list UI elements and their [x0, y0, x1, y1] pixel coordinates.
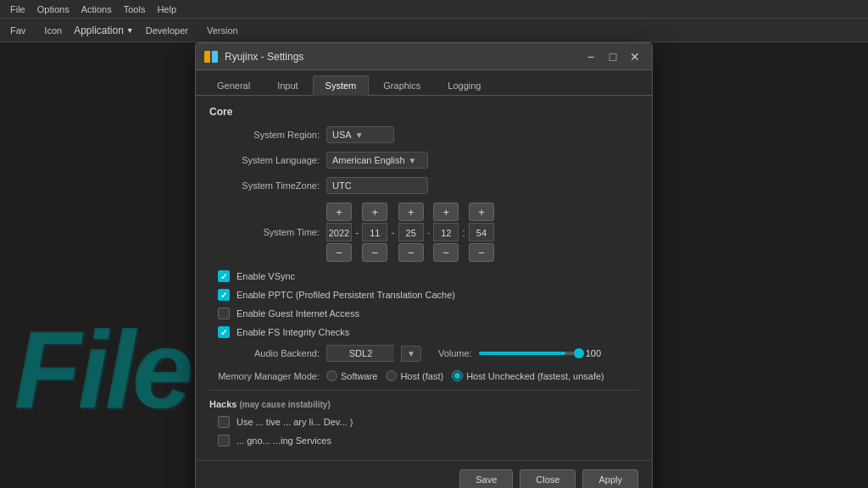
radio-host-unchecked-circle [452, 370, 463, 381]
app-icon [204, 50, 218, 64]
application-label: Application [74, 25, 124, 36]
memory-manager-label: Memory Manager Mode: [209, 371, 320, 381]
audio-backend-select[interactable]: SDL2 [326, 345, 394, 362]
window-controls: − □ ✕ [582, 48, 643, 65]
year-segment: + 2022 − [326, 202, 352, 262]
system-language-value: American English [332, 155, 405, 165]
minute-decrement[interactable]: − [469, 243, 494, 262]
minute-segment: + 54 − [469, 202, 494, 262]
guest-internet-checkbox[interactable] [218, 308, 230, 319]
pptc-checkbox[interactable] [218, 289, 230, 301]
year-increment[interactable]: + [326, 202, 352, 221]
version-button[interactable]: Version [200, 23, 245, 38]
volume-slider-track [479, 352, 581, 355]
minimize-button[interactable]: − [582, 48, 599, 65]
core-section-title: Core [209, 106, 638, 118]
volume-slider-thumb[interactable] [574, 348, 584, 358]
radio-host-fast-circle [386, 370, 397, 381]
hacks-title: Hacks (may cause instability) [209, 399, 638, 409]
year-decrement[interactable]: − [326, 243, 352, 262]
radio-host-unchecked[interactable]: Host Unchecked (fastest, unsafe) [452, 370, 604, 381]
vsync-checkbox[interactable] [218, 270, 230, 282]
minute-increment[interactable]: + [469, 202, 494, 221]
hack1-row: Use ... tive ... ary li... Dev... ) [209, 416, 638, 428]
radio-software-label: Software [341, 371, 377, 381]
radio-software[interactable]: Software [326, 370, 377, 381]
day-increment[interactable]: + [398, 202, 424, 221]
close-button[interactable]: ✕ [626, 48, 643, 65]
hack1-checkbox[interactable] [218, 416, 230, 428]
day-segment: + 25 − [398, 202, 424, 262]
system-language-select[interactable]: American English ▼ [326, 152, 428, 169]
audio-backend-arrow[interactable]: ▼ [401, 346, 421, 362]
apply-button[interactable]: Apply [582, 469, 638, 488]
tab-general[interactable]: General [204, 75, 263, 95]
radio-host-unchecked-label: Host Unchecked (fastest, unsafe) [466, 371, 604, 381]
tab-graphics[interactable]: Graphics [370, 75, 433, 95]
pptc-row: Enable PPTC (Profiled Persistent Transla… [209, 289, 638, 301]
volume-value: 100 [586, 348, 601, 358]
fav-button[interactable]: Fav [3, 23, 32, 38]
tab-input[interactable]: Input [264, 75, 310, 95]
tab-logging[interactable]: Logging [435, 75, 493, 95]
system-language-label: System Language: [209, 155, 320, 165]
menu-options[interactable]: Options [32, 3, 75, 16]
system-region-select[interactable]: USA ▼ [326, 126, 394, 143]
guest-internet-row: Enable Guest Internet Access [209, 308, 638, 319]
volume-label: Volume: [438, 348, 472, 358]
system-region-row: System Region: USA ▼ [209, 126, 638, 143]
icon-left-part [204, 51, 210, 63]
menu-tools[interactable]: Tools [119, 3, 151, 16]
time-sep-4: : [462, 226, 465, 239]
fs-integrity-checkbox[interactable] [218, 326, 230, 338]
time-sep-3: · [427, 226, 431, 239]
system-timezone-label: System TimeZone: [209, 180, 320, 191]
icon-right-part [212, 51, 218, 63]
secondary-toolbar: Fav Icon Application ▼ Developer Version [0, 19, 868, 42]
volume-slider-container: 100 [479, 348, 601, 358]
hour-value: 12 [433, 223, 459, 241]
audio-row: Audio Backend: SDL2 ▼ Volume: 100 [209, 345, 638, 362]
close-dialog-button[interactable]: Close [520, 469, 576, 488]
hack2-checkbox[interactable] [218, 435, 230, 446]
volume-slider-fill [479, 352, 565, 355]
time-sep-2: - [391, 226, 394, 239]
icon-button[interactable]: Icon [37, 23, 69, 38]
section-divider [209, 390, 638, 391]
save-button[interactable]: Save [459, 469, 513, 488]
day-decrement[interactable]: − [398, 243, 424, 262]
dialog-title: Ryujinx - Settings [225, 51, 303, 63]
month-segment: + 11 − [362, 202, 387, 262]
maximize-button[interactable]: □ [604, 48, 621, 65]
application-dropdown[interactable]: Application ▼ [74, 25, 134, 36]
dialog-footer: Save Close Apply [196, 460, 652, 488]
month-decrement[interactable]: − [362, 243, 387, 262]
system-timezone-input[interactable] [326, 177, 428, 194]
hour-increment[interactable]: + [433, 202, 459, 221]
year-value: 2022 [326, 223, 352, 241]
menu-actions[interactable]: Actions [76, 3, 117, 16]
time-sep-1: - [355, 226, 359, 239]
dialog-titlebar: Ryujinx - Settings − □ ✕ [196, 43, 652, 70]
settings-tabs: General Input System Graphics Logging [196, 70, 652, 96]
day-value: 25 [398, 223, 424, 241]
memory-manager-row: Memory Manager Mode: Software Host (fast… [209, 370, 638, 381]
system-language-row: System Language: American English ▼ [209, 152, 638, 169]
region-arrow-icon: ▼ [355, 130, 364, 140]
system-time-label: System Time: [209, 227, 320, 237]
fs-integrity-row: Enable FS Integrity Checks [209, 326, 638, 338]
month-increment[interactable]: + [362, 202, 387, 221]
memory-radio-group: Software Host (fast) Host Unchecked (fas… [326, 370, 604, 381]
vsync-row: Enable VSync [209, 270, 638, 282]
radio-host-fast[interactable]: Host (fast) [386, 370, 443, 381]
time-container: + 2022 − - + 11 − - + 25 − · [326, 202, 494, 262]
hour-decrement[interactable]: − [433, 243, 459, 262]
menu-help[interactable]: Help [152, 3, 181, 16]
developer-button[interactable]: Developer [139, 23, 195, 38]
tab-system[interactable]: System [313, 75, 370, 96]
system-region-label: System Region: [209, 130, 320, 140]
menu-file[interactable]: File [5, 3, 31, 16]
audio-backend-label: Audio Backend: [209, 348, 320, 358]
radio-software-circle [326, 370, 337, 381]
system-timezone-row: System TimeZone: [209, 177, 638, 194]
